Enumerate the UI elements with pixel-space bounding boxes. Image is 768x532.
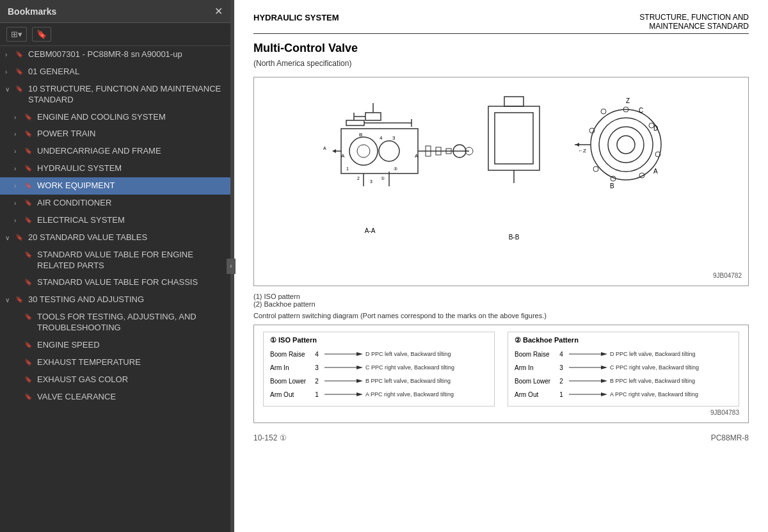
label-exhaust-temp: EXHAUST TEMPERATURE bbox=[37, 357, 225, 368]
resize-handle[interactable]: ‹ bbox=[230, 0, 234, 532]
header-right-line2: MAINTENANCE STANDARD bbox=[649, 22, 749, 31]
bookmark-std-engine: 🔖 bbox=[24, 250, 33, 259]
label-work-equipment: WORK EQUIPMENT bbox=[37, 181, 225, 191]
sidebar-item-exhaust-temp[interactable]: 🔖EXHAUST TEMPERATURE bbox=[0, 354, 230, 371]
arrow-structure: ∨ bbox=[5, 85, 14, 93]
bookmark-testing: 🔖 bbox=[15, 295, 24, 303]
label-electrical: ELECTRICAL SYSTEM bbox=[37, 215, 225, 226]
sidebar-item-engine-speed[interactable]: 🔖ENGINE SPEED bbox=[0, 337, 230, 354]
view-toggle-button[interactable]: ⊞▾ bbox=[6, 27, 27, 42]
sidebar-item-electrical[interactable]: ›🔖ELECTRICAL SYSTEM bbox=[0, 212, 230, 229]
bookmark-button[interactable]: 🔖 bbox=[32, 27, 51, 42]
p2r3-num: 2 bbox=[556, 378, 566, 385]
bookmark-tools: 🔖 bbox=[24, 312, 33, 321]
main-diagram: A-A bbox=[253, 77, 749, 286]
close-button[interactable]: ✕ bbox=[214, 5, 223, 17]
sidebar-item-general[interactable]: ›🔖01 GENERAL bbox=[0, 63, 230, 81]
arrow-root: › bbox=[5, 51, 14, 59]
svg-text:3: 3 bbox=[370, 179, 372, 184]
sidebar-toolbar: ⊞▾ 🔖 bbox=[0, 23, 230, 46]
sidebar-item-std-engine[interactable]: 🔖STANDARD VALUE TABLE FOR ENGINE RELATED… bbox=[0, 246, 230, 275]
arrow-work-equipment: › bbox=[14, 182, 23, 190]
p2r2-line bbox=[569, 362, 607, 373]
diagram1-id: 9JB04782 bbox=[260, 272, 742, 279]
bookmark-general: 🔖 bbox=[15, 67, 24, 76]
collapse-arrow[interactable]: ‹ bbox=[227, 259, 236, 274]
svg-rect-5 bbox=[346, 120, 364, 125]
doc-title: Multi-Control Valve bbox=[253, 42, 749, 55]
sidebar-item-exhaust-gas[interactable]: 🔖EXHAUST GAS COLOR bbox=[0, 371, 230, 389]
sidebar-item-structure[interactable]: ∨🔖10 STRUCTURE, FUNCTION AND MAINTENANCE… bbox=[0, 81, 230, 109]
svg-rect-2 bbox=[365, 113, 381, 120]
pattern1-row1: Boom Raise 4 D PPC left valve, Backward … bbox=[270, 348, 488, 360]
sidebar-item-tools[interactable]: 🔖TOOLS FOR TESTING, ADJUSTING, AND TROUB… bbox=[0, 309, 230, 337]
svg-point-57 bbox=[601, 109, 606, 114]
p2r4-line bbox=[569, 389, 607, 400]
svg-rect-36 bbox=[504, 97, 524, 106]
label-engine-speed: ENGINE SPEED bbox=[37, 340, 225, 351]
bookmark-hydraulic: 🔖 bbox=[24, 164, 33, 172]
svg-marker-71 bbox=[601, 379, 607, 383]
sidebar-item-work-equipment[interactable]: ›🔖WORK EQUIPMENT bbox=[0, 177, 230, 195]
svg-text:B: B bbox=[359, 132, 362, 138]
svg-point-10 bbox=[357, 145, 370, 157]
bookmark-valve: 🔖 bbox=[24, 392, 33, 401]
svg-text:B-B: B-B bbox=[509, 234, 520, 241]
section-right: STRUCTURE, FUNCTION AND MAINTENANCE STAN… bbox=[639, 13, 749, 31]
label-valve: VALVE CLEARANCE bbox=[37, 392, 225, 403]
p1r3-line bbox=[324, 375, 363, 387]
label-structure: 10 STRUCTURE, FUNCTION AND MAINTENANCE S… bbox=[28, 84, 225, 106]
arrow-testing: ∨ bbox=[5, 296, 14, 304]
p1r4-num: 1 bbox=[312, 391, 322, 398]
pattern1-label: ISO Pattern bbox=[278, 336, 317, 344]
pattern1-circle: ① bbox=[270, 336, 276, 344]
p2r2-label: Arm In bbox=[515, 364, 556, 371]
svg-text:B: B bbox=[610, 182, 614, 189]
sidebar-item-std-chassis[interactable]: 🔖STANDARD VALUE TABLE FOR CHASSIS bbox=[0, 274, 230, 291]
pattern2-label: Backhoe Pattern bbox=[523, 336, 579, 344]
svg-marker-67 bbox=[601, 352, 607, 356]
bookmark-std-chassis: 🔖 bbox=[24, 278, 33, 286]
p2r3-label: Boom Lower bbox=[515, 378, 556, 385]
pattern2: ② Backhoe Pattern Boom Raise 4 D PPC lef… bbox=[508, 332, 739, 407]
sidebar-item-undercarriage[interactable]: ›🔖UNDERCARRIAGE AND FRAME bbox=[0, 143, 230, 160]
p2r2-port: C PPC right valve, Backward tilting bbox=[610, 364, 699, 371]
sidebar-item-hydraulic[interactable]: ›🔖HYDRAULIC SYSTEM bbox=[0, 160, 230, 177]
sidebar-item-valve[interactable]: 🔖VALVE CLEARANCE bbox=[0, 389, 230, 406]
diagram2-id: 9JB04783 bbox=[263, 409, 739, 416]
sidebar-item-testing[interactable]: ∨🔖30 TESTING AND ADJUSTING bbox=[0, 291, 230, 309]
sidebar-item-root[interactable]: ›🔖CEBM007301 - PC88MR-8 sn A90001-up bbox=[0, 46, 230, 63]
pattern1-row2: Arm In 3 C PPC right valve, Backward til… bbox=[270, 362, 488, 373]
p1r1-line bbox=[324, 348, 363, 360]
svg-text:A: A bbox=[415, 153, 419, 159]
footer-right: PC88MR-8 bbox=[711, 433, 749, 442]
svg-marker-73 bbox=[601, 392, 607, 396]
note-line2: (2) Backhoe pattern bbox=[253, 300, 749, 308]
arrow-powertrain: › bbox=[14, 130, 23, 138]
svg-text:4: 4 bbox=[380, 135, 383, 141]
svg-rect-35 bbox=[495, 113, 533, 164]
sidebar: Bookmarks ✕ ⊞▾ 🔖 ›🔖CEBM007301 - PC88MR-8… bbox=[0, 0, 230, 532]
svg-text:Z: Z bbox=[626, 97, 630, 104]
p2r4-label: Arm Out bbox=[515, 391, 556, 398]
sidebar-item-air-conditioner[interactable]: ›🔖AIR CONDITIONER bbox=[0, 195, 230, 212]
sidebar-item-powertrain[interactable]: ›🔖POWER TRAIN bbox=[0, 125, 230, 143]
pattern-container: ① ISO Pattern Boom Raise 4 D PPC left va… bbox=[263, 332, 739, 407]
label-tools: TOOLS FOR TESTING, ADJUSTING, AND TROUBL… bbox=[37, 312, 225, 334]
sidebar-item-std-tables[interactable]: ∨🔖20 STANDARD VALUE TABLES bbox=[0, 229, 230, 246]
svg-point-39 bbox=[591, 109, 661, 180]
arrow-air-conditioner: › bbox=[14, 199, 23, 207]
label-engine: ENGINE AND COOLING SYSTEM bbox=[37, 112, 225, 123]
arrow-undercarriage: › bbox=[14, 147, 23, 156]
pattern2-row1: Boom Raise 4 D PPC left valve, Backward … bbox=[515, 348, 732, 360]
arrow-engine: › bbox=[14, 113, 23, 122]
p1r4-port: A PPC right valve, Backward tilting bbox=[365, 391, 454, 398]
diagram-image: A-A bbox=[260, 84, 742, 270]
pattern1: ① ISO Pattern Boom Raise 4 D PPC left va… bbox=[263, 332, 495, 407]
sidebar-item-engine[interactable]: ›🔖ENGINE AND COOLING SYSTEM bbox=[0, 109, 230, 126]
svg-text:A-A: A-A bbox=[365, 227, 376, 234]
label-powertrain: POWER TRAIN bbox=[37, 129, 225, 140]
p1r1-label: Boom Raise bbox=[270, 351, 312, 358]
p2r4-port: A PPC right valve, Backward tilting bbox=[610, 391, 698, 398]
control-desc: Control pattern switching diagram (Port … bbox=[253, 312, 749, 319]
